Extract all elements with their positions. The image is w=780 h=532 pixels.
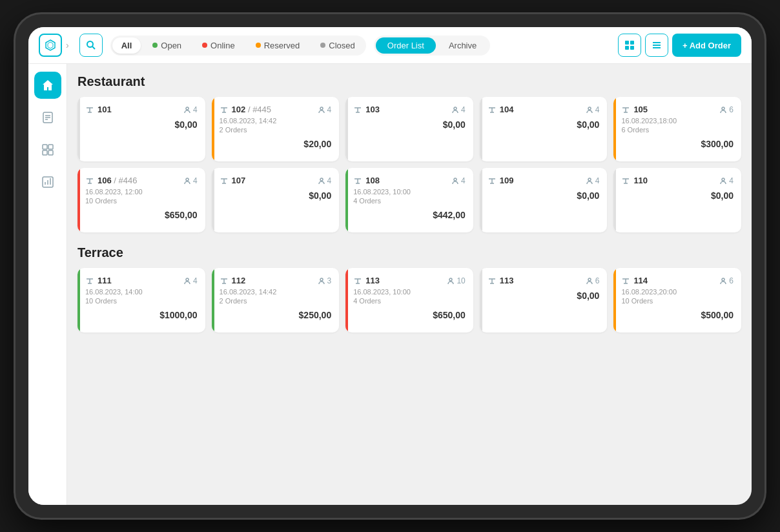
sidebar-item-tables[interactable] [34, 136, 61, 163]
table-card[interactable]: 112 316.08.2023, 14:422 Orders$250,00 [212, 268, 340, 332]
dot-open [152, 43, 158, 48]
card-orders-count: 2 Orders [220, 126, 332, 134]
card-orders-count: 10 Orders [85, 297, 198, 305]
table-card[interactable]: 102 / #445 416.08.2023, 14:422 Orders$20… [212, 97, 340, 161]
filter-all[interactable]: All [112, 37, 141, 54]
sidebar-item-home[interactable] [34, 72, 61, 99]
table-number: 112 [220, 276, 246, 285]
sidebar [28, 64, 67, 505]
table-number: 109 [488, 176, 514, 185]
tab-archive[interactable]: Archive [437, 37, 488, 54]
add-order-button[interactable]: + Add Order [672, 34, 741, 57]
filter-online[interactable]: Online [193, 37, 244, 54]
terrace-title: Terrace [77, 245, 741, 260]
dot-reserved [256, 43, 261, 48]
tab-order-list[interactable]: Order List [376, 37, 436, 54]
table-card[interactable]: 111 416.08.2023, 14:0010 Orders$1000,00 [77, 268, 205, 332]
table-capacity: 4 [451, 176, 466, 185]
svg-rect-5 [630, 41, 634, 45]
table-card[interactable]: 110 4$0,00 [613, 168, 741, 232]
filter-open[interactable]: Open [143, 37, 190, 54]
table-number: 105 [621, 105, 648, 114]
svg-point-50 [320, 178, 323, 181]
restaurant-title: Restaurant [77, 74, 741, 89]
table-card[interactable]: 103 4$0,00 [345, 97, 473, 161]
table-capacity: 4 [586, 176, 600, 185]
svg-point-2 [87, 41, 93, 47]
table-card[interactable]: 113 6$0,00 [480, 268, 608, 332]
svg-marker-0 [46, 40, 55, 50]
terrace-cards-grid: 111 416.08.2023, 14:0010 Orders$1000,00 … [77, 268, 741, 332]
table-number: 110 [621, 176, 648, 185]
filter-closed[interactable]: Closed [311, 37, 364, 54]
table-capacity: 4 [183, 176, 198, 185]
table-number: 113 [353, 276, 380, 285]
table-card[interactable]: 109 4$0,00 [480, 168, 608, 232]
card-orders-count: 4 Orders [353, 197, 466, 205]
table-number: 104 [488, 105, 514, 114]
card-date: 16.08.2023, 14:42 [220, 117, 332, 125]
table-card[interactable]: 101 4$0,00 [77, 97, 205, 161]
restaurant-section: Restaurant 101 4$0,00 102 / #445 416.08.… [77, 74, 741, 232]
logo-icon [39, 34, 62, 57]
card-date: 16.08.2023, 14:00 [85, 288, 198, 296]
card-amount: $250,00 [220, 310, 332, 320]
table-capacity: 4 [586, 105, 600, 114]
svg-rect-7 [630, 46, 634, 50]
restaurant-cards-grid: 101 4$0,00 102 / #445 416.08.2023, 14:42… [77, 97, 741, 232]
svg-point-54 [454, 178, 457, 181]
table-card[interactable]: 104 4$0,00 [480, 97, 608, 161]
logo-area: › [39, 34, 69, 57]
card-orders-count: 2 Orders [220, 297, 332, 305]
svg-rect-4 [625, 41, 629, 45]
filter-reserved[interactable]: Reserved [247, 37, 309, 54]
card-orders-count: 10 Orders [85, 197, 198, 205]
card-orders-count: 4 Orders [353, 297, 466, 305]
svg-point-34 [454, 107, 457, 110]
svg-point-46 [186, 178, 189, 181]
table-capacity: 6 [719, 105, 734, 114]
svg-line-3 [92, 46, 95, 49]
table-capacity: 6 [586, 276, 600, 285]
header: › All Open Online [28, 27, 752, 64]
table-number: 102 / #445 [220, 105, 271, 114]
main-area: Restaurant 101 4$0,00 102 / #445 416.08.… [28, 64, 752, 505]
table-card[interactable]: 113 1016.08.2023, 10:004 Orders$650,00 [345, 268, 473, 332]
table-number: 114 [621, 276, 648, 285]
table-capacity: 4 [451, 105, 466, 114]
view-tabs: Order List Archive [374, 36, 490, 56]
table-capacity: 3 [318, 276, 332, 285]
list-view-button[interactable] [645, 34, 668, 57]
search-button[interactable] [79, 34, 103, 57]
svg-rect-6 [625, 46, 629, 50]
dot-closed [320, 43, 325, 48]
table-card[interactable]: 114 616.08.2023,20:0010 Orders$500,00 [613, 268, 741, 332]
grid-view-button[interactable] [618, 34, 641, 57]
filter-tabs: All Open Online Reserved Closed [110, 36, 366, 56]
sidebar-item-orders[interactable] [34, 104, 61, 131]
table-capacity: 4 [183, 105, 198, 114]
card-date: 16.08.2023, 10:00 [353, 288, 466, 296]
card-date: 16.08.2023,18:00 [621, 117, 734, 125]
svg-point-38 [588, 107, 591, 110]
svg-rect-18 [48, 150, 53, 155]
table-number: 107 [220, 176, 246, 185]
svg-rect-15 [43, 145, 47, 149]
svg-marker-1 [48, 42, 53, 48]
svg-rect-16 [48, 145, 53, 149]
table-capacity: 4 [183, 276, 198, 285]
svg-point-82 [722, 278, 724, 281]
svg-point-70 [320, 278, 323, 281]
table-card[interactable]: 108 416.08.2023, 10:004 Orders$442,00 [345, 168, 473, 232]
svg-point-74 [449, 278, 452, 281]
table-card[interactable]: 106 / #446 416.08.2023, 12:0010 Orders$6… [77, 168, 205, 232]
card-date: 16.08.2023, 10:00 [353, 188, 466, 196]
table-card[interactable]: 105 616.08.2023,18:006 Orders$300,00 [613, 97, 741, 161]
sidebar-item-reports[interactable] [34, 169, 61, 196]
card-date: 16.08.2023, 12:00 [85, 188, 198, 196]
table-number: 113 [488, 276, 514, 285]
svg-point-30 [320, 107, 323, 110]
table-capacity: 4 [318, 176, 332, 185]
table-card[interactable]: 107 4$0,00 [212, 168, 340, 232]
breadcrumb-chevron: › [66, 40, 69, 50]
